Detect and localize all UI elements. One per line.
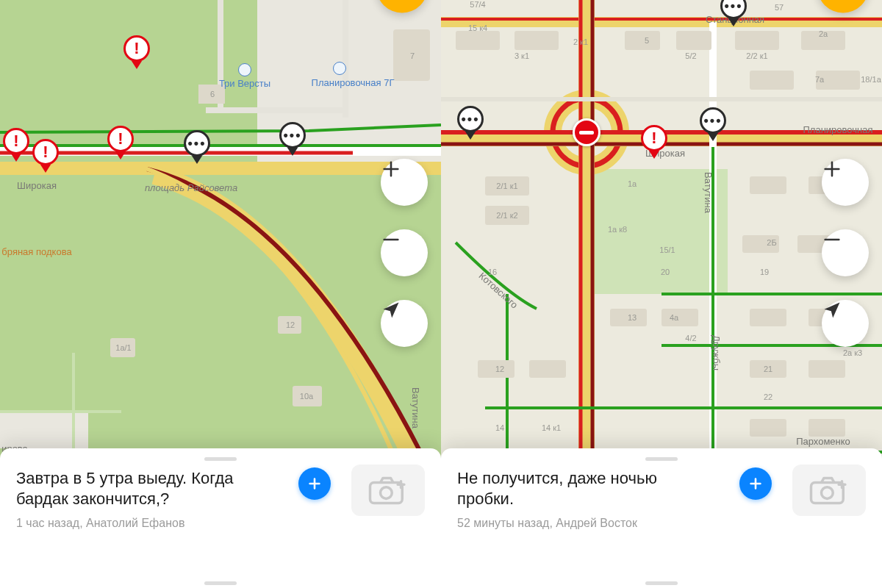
locate-button[interactable] [381,300,428,347]
building-number: 7а [815,75,824,84]
svg-rect-40 [750,419,786,437]
svg-rect-34 [750,309,786,326]
building-number: 5 [645,36,649,45]
poi-label: Три Версты [219,78,270,89]
svg-rect-39 [808,360,845,378]
add-button[interactable] [298,467,331,500]
add-photo-button[interactable] [792,465,866,516]
zoom-out-button[interactable] [381,229,428,276]
chat-pin[interactable]: ••• [720,0,747,19]
map-pane-left: Широкая площадь Райсовета Три Версты Пла… [0,0,441,588]
building-number: 2а [819,29,828,38]
street-label: Ватутина [703,172,714,213]
chat-pin[interactable]: ••• [457,106,484,132]
drag-handle-icon[interactable] [204,457,237,461]
svg-rect-33 [662,309,698,326]
svg-rect-28 [750,176,786,194]
alert-pin[interactable]: ! [107,126,134,152]
chat-pin[interactable]: ••• [184,130,210,157]
svg-rect-6 [0,162,441,175]
building-number: 1а [628,179,637,188]
building-number: 57/4 [470,0,485,9]
building-number: 4/2 [685,334,696,343]
street-label: Пархоменко [796,436,850,447]
map-pane-right: Широкая Станционная Планировочная Ватути… [441,0,882,588]
svg-rect-18 [456,31,500,50]
alert-pin[interactable]: ! [641,125,667,151]
building-number: 19 [760,268,769,276]
svg-rect-22 [735,31,779,50]
poi-icon [333,62,346,75]
drag-handle-icon[interactable] [204,581,237,585]
building-number: 12 [286,320,295,329]
street-label: Планировочная [803,124,873,135]
building-number: 10а [300,392,313,401]
street-label: Широкая [17,180,57,191]
svg-rect-41 [808,419,845,437]
comment-text: Завтра в 5 утра выеду. Когда бардак зако… [16,468,266,509]
building-number: 20 [661,268,670,276]
building-number: 3 к1 [514,51,529,60]
alert-pin[interactable]: ! [32,139,59,165]
building-number: 14 [495,423,504,432]
comment-card[interactable]: Не получится, даже ночью пробки. 52 мину… [441,448,882,588]
zoom-in-button[interactable] [822,159,869,206]
drag-handle-icon[interactable] [645,457,678,461]
building-number: 2 к1 [573,37,588,46]
building-number: 1а/1 [115,343,131,352]
svg-rect-20 [625,31,660,50]
building-number: 1а к8 [608,225,627,234]
poi-icon [238,63,251,76]
zoom-in-button[interactable] [381,159,428,206]
svg-point-13 [381,487,392,499]
building-number: 6 [210,90,215,98]
building-number: 2а к3 [843,348,862,357]
add-photo-button[interactable] [351,465,425,516]
building-number: 2Б [767,238,776,247]
zoom-out-button[interactable] [822,229,869,276]
building-number: 21 [764,365,772,373]
building-number: 16 [488,268,497,276]
building-number: 7 [410,51,415,60]
svg-rect-24 [750,71,794,90]
svg-rect-21 [676,31,711,50]
building-number: 2/1 к2 [496,211,517,220]
chat-pin[interactable]: ••• [700,107,726,134]
building-number: 15 к4 [468,24,487,32]
comment-meta: 52 минуты назад, Андрей Восток [457,517,866,530]
chat-pin[interactable]: ••• [279,122,306,148]
building-number: 5/2 [685,51,696,60]
building-number: 2/2 к1 [746,51,767,60]
svg-rect-19 [514,31,559,50]
poi-label: бряная подкова [1,246,71,257]
street-label: Дружбы [711,335,722,370]
alert-pin[interactable]: ! [3,128,29,154]
add-button[interactable] [739,467,772,500]
poi-label: Планировочная 7Г [312,77,395,88]
comment-text: Не получится, даже ночью пробки. [457,468,707,509]
locate-button[interactable] [822,300,869,347]
svg-point-43 [822,487,833,499]
building-number: 2/1 к1 [496,182,517,190]
building-number: 12 [495,365,504,373]
building-number: 13 [628,313,637,322]
drag-handle-icon[interactable] [645,581,678,585]
building-number: 57 [775,3,784,12]
building-number: 18/1а [861,75,881,84]
svg-rect-37 [529,360,566,378]
building-number: 15/1 [659,245,675,254]
building-number: 14 к1 [542,423,561,432]
building-number: 22 [764,392,772,401]
square-label: площадь Райсовета [145,182,237,193]
comment-meta: 1 час назад, Анатолий Ефанов [16,517,425,530]
alert-pin[interactable]: ! [123,35,150,62]
road-block-pin[interactable] [573,118,600,146]
street-label: Ватутина [410,387,421,429]
building-number: 4а [670,313,678,322]
comment-card[interactable]: Завтра в 5 утра выеду. Когда бардак зако… [0,448,441,588]
